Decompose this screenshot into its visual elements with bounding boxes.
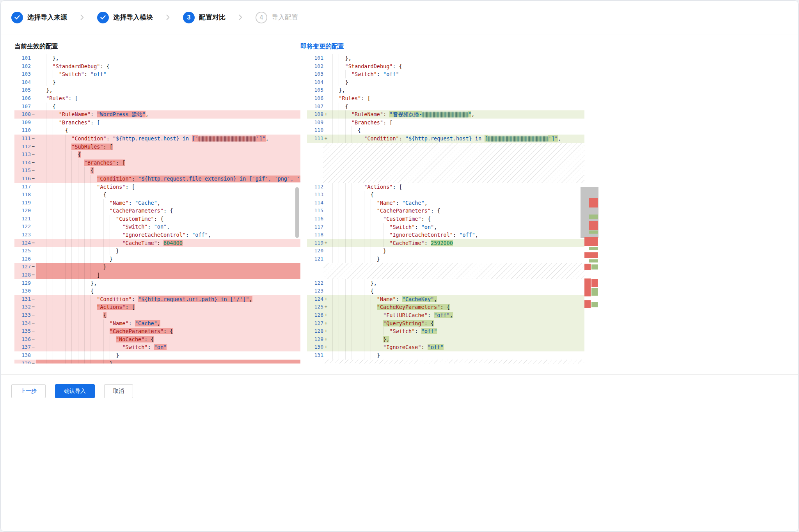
code-content: "Name": "Cache", (328, 199, 584, 207)
line-number: 112 (14, 143, 31, 151)
line-number: 138 (14, 351, 31, 360)
diff-marker: − (31, 335, 36, 344)
diff-line: 134−"Name": "Cache", (14, 319, 300, 328)
code-content: "Branches": [ (36, 159, 300, 167)
diff-line: 126+"FullURLCache": "off", (307, 311, 584, 319)
cancel-button[interactable]: 取消 (104, 384, 133, 398)
diff-gap-row (307, 263, 584, 279)
diff-marker: + (323, 295, 328, 303)
diff-line: 112"Actions": [ (307, 183, 584, 191)
diff-marker (31, 119, 36, 127)
line-number: 109 (307, 119, 323, 127)
line-number: 135 (14, 327, 31, 335)
line-number: 129 (307, 335, 323, 344)
current-config-pane[interactable]: 101},102"StandardDebug": {103"Switch": "… (14, 54, 300, 364)
line-number: 130 (14, 287, 31, 295)
previous-step-button[interactable]: 上一步 (11, 384, 46, 398)
step-import-module[interactable]: 选择导入模块 (97, 12, 153, 23)
confirm-import-button[interactable]: 确认导入 (55, 384, 95, 398)
diff-marker (323, 191, 328, 199)
code-content: ] (36, 271, 300, 279)
diff-line: 119"Name": "Cache", (14, 199, 300, 207)
code-content: "Branches": [ (36, 119, 300, 127)
redacted-text (198, 136, 256, 142)
left-scrollbar-thumb[interactable] (295, 187, 299, 238)
line-number: 117 (307, 223, 323, 231)
line-number: 114 (14, 159, 31, 167)
line-number: 122 (307, 279, 323, 287)
diff-marker (31, 191, 36, 199)
code-content: } (36, 351, 300, 360)
diff-marker (31, 231, 36, 239)
diff-marker: − (31, 175, 36, 183)
diff-line: 111+"Condition": "${http.request.host} i… (307, 135, 584, 143)
diff-change-mark (584, 300, 591, 308)
missing-lines-hatch (323, 360, 584, 364)
diff-marker: − (31, 110, 36, 119)
diff-marker (323, 351, 328, 360)
diff-line: 114"Name": "Cache", (307, 199, 584, 207)
diff-line: 109"Branches": [ (14, 119, 300, 127)
code-content: "StandardDebug": { (328, 62, 584, 71)
diff-line: 138} (14, 351, 300, 360)
incoming-config-title: 即将变更的配置 (300, 43, 344, 51)
chevron-right-icon (80, 14, 84, 20)
diff-marker: + (323, 335, 328, 344)
diff-overview-ruler[interactable] (584, 54, 598, 364)
diff-line: 118{ (14, 191, 300, 199)
line-number: 127 (14, 263, 31, 271)
diff-line: 130+"IgnoreCase": "off" (307, 343, 584, 351)
diff-line: 116"CustomTime": { (307, 215, 584, 223)
code-content: { (36, 151, 300, 159)
diff-marker (323, 183, 328, 191)
diff-line: 130{ (14, 287, 300, 295)
diff-marker: + (323, 110, 328, 119)
import-stepper: 选择导入来源 选择导入模块 3 配置对比 4 导入配置 (1, 1, 798, 34)
line-number: 103 (14, 70, 31, 78)
step-import-source[interactable]: 选择导入来源 (11, 12, 67, 23)
incoming-config-pane[interactable]: 101},102"StandardDebug": {103"Switch": "… (307, 54, 598, 364)
diff-line: 120"CacheParameters": { (14, 207, 300, 215)
line-number: 120 (14, 207, 31, 215)
line-number: 123 (14, 231, 31, 239)
line-number: 132 (14, 303, 31, 311)
line-number: 136 (14, 335, 31, 344)
code-content: "Actions": [ (328, 183, 584, 191)
diff-line: 110{ (307, 126, 584, 135)
line-number: 113 (14, 151, 31, 159)
diff-marker (31, 351, 36, 360)
diff-line: 133−{ (14, 311, 300, 319)
code-content: } (328, 247, 584, 255)
line-number: 128 (307, 327, 323, 335)
diff-line: 122}, (307, 279, 584, 287)
code-content: "CustomTime": { (328, 215, 584, 223)
diff-line: 116−"Condition": "${http.request.file_ex… (14, 175, 300, 183)
diff-line: 113−{ (14, 151, 300, 159)
code-content: "CacheKeyParameters": { (328, 303, 584, 311)
line-number: 126 (307, 311, 323, 319)
code-content: } (36, 263, 300, 271)
step-config-compare[interactable]: 3 配置对比 (183, 12, 225, 23)
diff-marker (323, 94, 328, 103)
diff-marker: + (323, 303, 328, 311)
diff-change-mark (589, 247, 598, 250)
diff-change-mark (589, 231, 598, 234)
diff-marker (323, 215, 328, 223)
code-content: "SubRules": [ (36, 143, 300, 151)
code-content: { (36, 103, 300, 111)
diff-line: 135−"CacheParameters": { (14, 327, 300, 335)
line-number: 110 (307, 126, 323, 135)
diff-marker (323, 119, 328, 127)
diff-change-mark (584, 264, 591, 270)
line-number: 118 (307, 231, 323, 239)
diff-marker: − (31, 343, 36, 351)
diff-line: 104} (14, 78, 300, 87)
line-number: 115 (14, 167, 31, 175)
diff-marker (31, 279, 36, 287)
line-number: 139 (14, 360, 31, 364)
code-content: { (328, 287, 584, 295)
diff-line: 124+"Name": "CacheKey", (307, 295, 584, 303)
code-content: "Condition": "${http.request.uri.path} i… (36, 295, 300, 303)
diff-change-mark (584, 252, 598, 258)
line-number: 126 (14, 255, 31, 263)
